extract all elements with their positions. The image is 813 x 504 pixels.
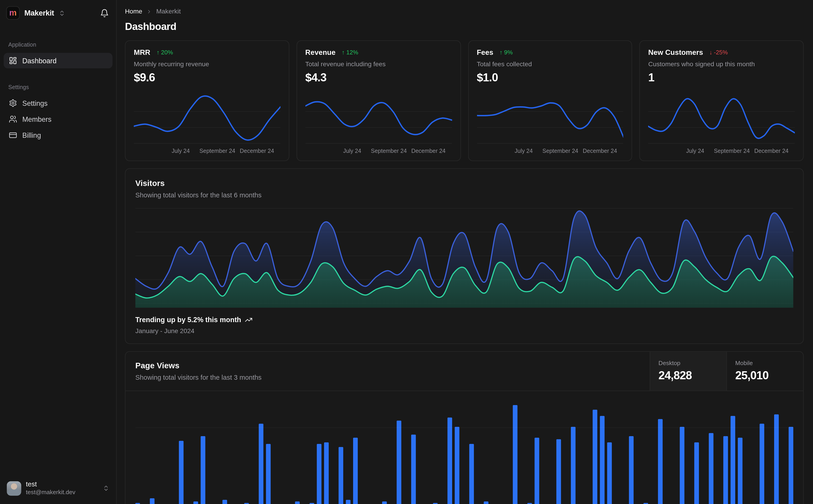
bar: [346, 500, 350, 504]
workspace-selector[interactable]: m Makerkit: [6, 6, 65, 20]
bar: [709, 433, 713, 504]
page-views-subtitle: Showing total visitors for the last 3 mo…: [135, 374, 640, 381]
bar: [535, 438, 539, 504]
x-axis-ticks: July 24 September 24 December 24: [305, 148, 452, 155]
bar: [411, 435, 416, 504]
credit-card-icon: [9, 131, 17, 139]
breadcrumb-home[interactable]: Home: [125, 8, 142, 15]
metric-desktop[interactable]: Desktop 24,828: [650, 352, 727, 390]
stat-value: $1.0: [477, 71, 624, 85]
bar: [694, 442, 699, 504]
page-views-card: Page Views Showing total visitors for th…: [125, 351, 804, 504]
stat-description: Monthly recurring revenue: [134, 61, 280, 68]
bar: [150, 498, 154, 504]
sidebar-nav: Application Dashboard Settings Settings …: [4, 20, 112, 143]
bar: [353, 438, 358, 504]
makerkit-logo: m: [6, 6, 20, 20]
bar: [680, 427, 684, 504]
main-content: Home Makerkit Dashboard MRR ↑20% Monthly…: [117, 0, 813, 504]
sidebar-item-settings[interactable]: Settings: [4, 95, 112, 111]
sidebar-item-label: Members: [22, 115, 51, 123]
arrow-up-icon: ↑: [499, 49, 502, 55]
stat-value: 1: [648, 71, 795, 85]
arrow-down-icon: ↓: [709, 49, 712, 55]
bar: [738, 438, 742, 504]
stat-title: New Customers: [648, 48, 703, 56]
user-avatar: [7, 481, 21, 495]
user-name: test: [26, 481, 75, 488]
bar: [484, 501, 488, 504]
sidebar-item-billing[interactable]: Billing: [4, 127, 112, 143]
fees-sparkline-chart: [477, 91, 624, 146]
bar: [513, 405, 517, 504]
visitors-period: January - June 2024: [135, 327, 793, 335]
new-customers-sparkline-chart: [648, 91, 795, 146]
bar: [607, 442, 612, 504]
stat-value: $9.6: [134, 71, 280, 85]
bar: [382, 501, 387, 504]
bar: [527, 503, 532, 504]
stat-description: Customers who signed up this month: [648, 61, 795, 68]
stat-card-revenue: Revenue ↑12% Total revenue including fee…: [296, 40, 461, 161]
sidebar-item-label: Billing: [22, 131, 41, 139]
bar: [397, 421, 401, 504]
stat-card-new-customers: New Customers ↓-25% Customers who signed…: [640, 40, 804, 161]
page-title: Dashboard: [125, 21, 804, 33]
bar: [259, 424, 263, 504]
users-icon: [9, 115, 17, 123]
sidebar-item-members[interactable]: Members: [4, 111, 112, 127]
bar: [310, 503, 314, 504]
x-axis-ticks: July 24 September 24 December 24: [134, 148, 280, 155]
makerkit-dashboard-app: m Makerkit Application Dashboard Setting…: [0, 0, 813, 504]
bar: [135, 503, 140, 504]
arrow-up-icon: ↑: [156, 49, 159, 55]
bar: [448, 417, 452, 504]
visitors-footer: Trending up by 5.2% this month: [135, 316, 793, 324]
bell-icon: [100, 8, 109, 17]
stat-card-fees: Fees ↑9% Total fees collected $1.0 July …: [468, 40, 632, 161]
stat-cards-row: MRR ↑20% Monthly recurring revenue $9.6 …: [125, 40, 804, 161]
chevrons-up-down-icon: [59, 10, 65, 16]
stat-card-mrr: MRR ↑20% Monthly recurring revenue $9.6 …: [125, 40, 289, 161]
x-axis-ticks: July 24 September 24 December 24: [477, 148, 624, 155]
visitors-area-chart: [135, 206, 793, 308]
bar: [339, 447, 343, 504]
gridline: [135, 427, 793, 428]
bar: [644, 503, 648, 504]
bar: [658, 419, 663, 504]
logo-letter: m: [9, 9, 17, 17]
bar: [600, 416, 604, 504]
stat-title: Fees: [477, 48, 493, 56]
mrr-sparkline-chart: [134, 91, 280, 146]
sidebar-item-label: Settings: [22, 99, 48, 107]
sidebar-item-dashboard[interactable]: Dashboard: [4, 53, 112, 68]
bar: [244, 503, 249, 504]
bar: [200, 436, 205, 504]
revenue-sparkline-chart: [305, 91, 452, 146]
bar: [179, 441, 183, 504]
trend-badge: ↑20%: [156, 49, 173, 55]
bar: [455, 427, 459, 504]
notifications-button[interactable]: [99, 8, 110, 19]
bar: [592, 410, 597, 504]
stat-value: $4.3: [305, 71, 452, 85]
page-views-metrics: Desktop 24,828 Mobile 25,010: [650, 352, 803, 390]
stat-title: Revenue: [305, 48, 336, 56]
sidebar: m Makerkit Application Dashboard Setting…: [0, 0, 117, 504]
metric-mobile[interactable]: Mobile 25,010: [726, 352, 803, 390]
user-menu[interactable]: test test@makerkit.dev: [4, 479, 112, 498]
bar: [317, 444, 321, 504]
stat-title: MRR: [134, 48, 150, 56]
breadcrumb-current: Makerkit: [156, 8, 181, 15]
bar: [193, 501, 198, 504]
bar: [556, 439, 561, 504]
page-views-bar-chart: [135, 397, 793, 504]
bar: [789, 427, 793, 504]
trending-up-icon: [245, 316, 253, 324]
bar: [266, 444, 271, 504]
sidebar-item-label: Dashboard: [22, 57, 56, 64]
bar: [629, 436, 634, 504]
user-email: test@makerkit.dev: [26, 489, 75, 496]
bar: [433, 503, 437, 504]
page-views-title: Page Views: [135, 361, 640, 370]
